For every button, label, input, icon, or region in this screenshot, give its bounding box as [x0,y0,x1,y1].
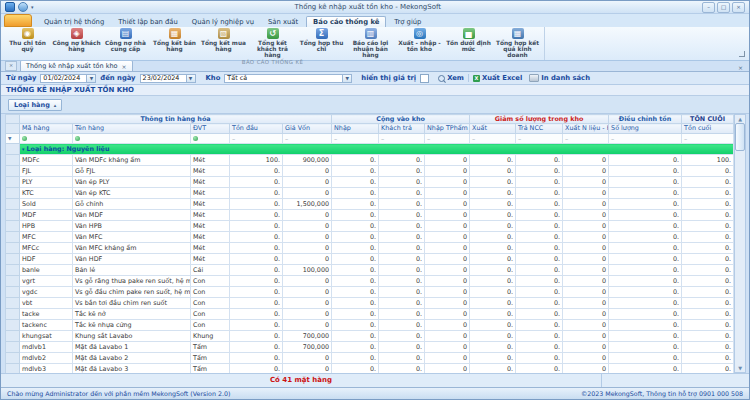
ribbon-tab[interactable]: Thiết lập ban đầu [112,17,184,27]
cell[interactable]: 0. [379,155,425,166]
cell[interactable]: 0. [609,199,682,210]
cell[interactable]: 0 [425,232,470,243]
cell[interactable]: MDFc [20,155,73,166]
cell[interactable]: 0 [283,221,332,232]
cell[interactable]: tacke [20,309,73,320]
cell[interactable]: HPB [20,221,73,232]
cell[interactable]: 0 [283,166,332,177]
cell[interactable]: 0. [332,276,379,287]
cell[interactable]: 0 [283,287,332,298]
cell[interactable]: 0. [379,221,425,232]
ribbon-button[interactable]: ◈Công nợ khách hàng [52,27,101,59]
cell[interactable]: Mét [191,254,230,265]
column-header[interactable]: ĐVT [191,124,230,134]
warehouse-select[interactable]: Tất cả ▼ [224,74,352,83]
table-row[interactable]: mdlvb3Mặt đá Lavabo 3Tấm0.00.0.00.0.00.0… [6,364,734,374]
cell[interactable]: 0 [283,298,332,309]
filter-cell[interactable]: – [682,134,734,144]
cell[interactable]: 0 [283,309,332,320]
table-row[interactable]: vbtVs bắn tơi đầu chìm ren suốtCon0.00.0… [6,298,734,309]
cell[interactable]: 0 [563,342,609,353]
column-header[interactable]: Giá Vốn [283,124,332,134]
close-button[interactable]: × [732,2,745,13]
cell[interactable]: 0 [563,188,609,199]
cell[interactable]: Ván ép PLY [73,177,191,188]
cell[interactable]: 0. [470,265,516,276]
cell[interactable]: 0 [283,364,332,374]
cell[interactable]: Tấm [191,353,230,364]
cell[interactable]: Mét [191,166,230,177]
filter-cell[interactable]: – [470,134,516,144]
cell[interactable]: 0. [470,155,516,166]
cell[interactable]: 0. [379,287,425,298]
cell[interactable]: Tấm [191,364,230,374]
ribbon-button[interactable]: ▦Tổng hợp kết quả kinh doanh [493,27,542,59]
column-header[interactable]: Tồn cuối [682,124,734,134]
filter-cell[interactable]: – [283,134,332,144]
cell[interactable]: 0. [516,265,563,276]
cell[interactable]: 0. [332,265,379,276]
to-date-input[interactable]: 23/02/2024 ▼ [140,74,196,83]
cell[interactable]: 0 [563,210,609,221]
cell[interactable]: 0. [682,298,734,309]
cell[interactable]: Con [191,320,230,331]
ribbon-tab[interactable]: Quản lý nghiệp vụ [186,17,260,27]
cell[interactable]: 0. [682,309,734,320]
filter-cell[interactable] [73,134,191,144]
to-date-dropdown-icon[interactable]: ▼ [186,75,195,82]
print-list-button[interactable]: In danh sách [529,74,590,82]
cell[interactable]: 0 [425,188,470,199]
cell[interactable]: 0. [516,199,563,210]
cell[interactable]: 0 [563,254,609,265]
cell[interactable]: 0. [230,298,283,309]
from-date-dropdown-icon[interactable]: ▼ [86,75,95,82]
table-row[interactable]: mdlvb1Mặt đá Lavabo 1Tấm0.700,0000.0.00.… [6,342,734,353]
scrollbar-thumb[interactable] [735,123,745,151]
cell[interactable]: Vs bắn tơi đầu chìm ren suốt [73,298,191,309]
scroll-up-icon[interactable]: ▲ [738,115,742,123]
cell[interactable]: 0. [379,199,425,210]
cell[interactable]: 0 [425,243,470,254]
column-header[interactable]: Nhập [332,124,379,134]
cell[interactable]: 0. [682,210,734,221]
cell[interactable]: 0. [230,320,283,331]
cell[interactable]: 0. [609,254,682,265]
cell[interactable]: 0. [379,320,425,331]
vertical-scrollbar[interactable]: ▲ ▼ [734,114,746,373]
filter-cell[interactable]: – [425,134,470,144]
cell[interactable]: 100. [230,155,283,166]
cell[interactable]: Gỗ chính [73,199,191,210]
cell[interactable]: 0. [516,188,563,199]
table-row[interactable]: SoldGỗ chínhMét0.1,500,0000.0.00.0.00.0. [6,199,734,210]
cell[interactable]: Ván MDF [73,210,191,221]
column-header[interactable]: Số lượng [609,124,682,134]
cell[interactable]: 0 [425,364,470,374]
cell[interactable]: 0 [425,353,470,364]
cell[interactable]: 0. [682,320,734,331]
dialog-launcher-icon[interactable] [739,51,745,57]
cell[interactable]: 0. [470,232,516,243]
cell[interactable]: 0 [283,320,332,331]
cell[interactable]: 0. [332,199,379,210]
cell[interactable]: KTC [20,188,73,199]
cell[interactable]: Mét [191,210,230,221]
cell[interactable]: 700,000 [283,331,332,342]
cell[interactable]: 0. [332,221,379,232]
cell[interactable]: 0 [283,353,332,364]
cell[interactable]: 0. [516,155,563,166]
cell[interactable]: 0. [230,243,283,254]
cell[interactable]: Mét [191,188,230,199]
cell[interactable]: 0. [332,309,379,320]
cell[interactable]: 0. [470,221,516,232]
cell[interactable]: 0 [283,210,332,221]
table-row[interactable]: HPBVán HPBMét0.00.0.00.0.00.0. [6,221,734,232]
warehouse-dropdown-icon[interactable]: ▼ [342,75,351,82]
table-row[interactable]: tackeTắc kê nởCon0.00.0.00.0.00.0. [6,309,734,320]
cell[interactable]: 0 [425,265,470,276]
cell[interactable]: vgdc [20,287,73,298]
cell[interactable]: 0. [332,177,379,188]
cell[interactable]: 0. [379,232,425,243]
cell[interactable]: 0. [379,298,425,309]
cell[interactable]: Ván MFC kháng ẩm [73,243,191,254]
cell[interactable]: 0. [379,364,425,374]
